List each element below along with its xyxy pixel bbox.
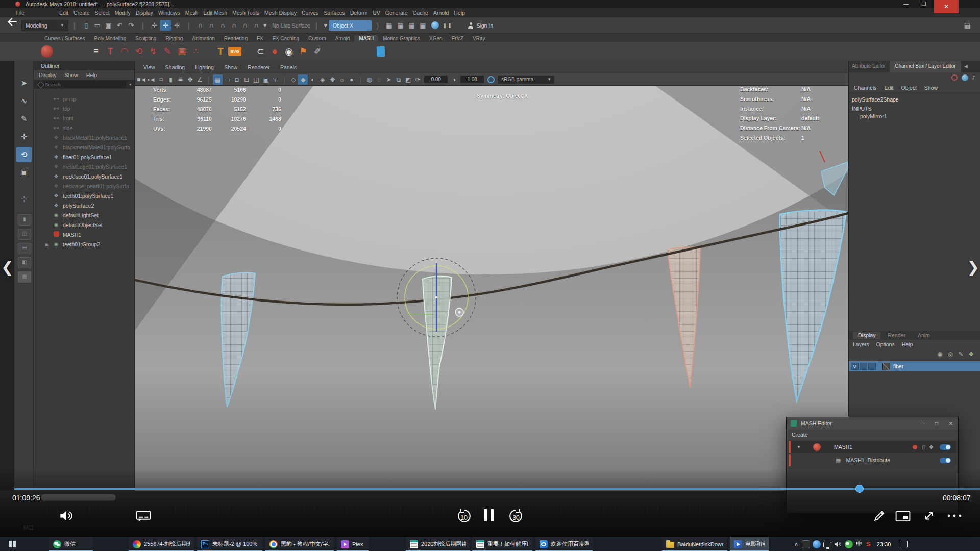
pencil-curve-icon[interactable]: ✎ xyxy=(160,44,175,59)
color-space-dropdown[interactable]: sRGB gamma ▼ xyxy=(498,76,554,84)
start-button[interactable] xyxy=(0,537,24,551)
taskbar-item-netdisk-folder[interactable]: BaiduNetdiskDown... xyxy=(662,537,727,551)
pause-button[interactable] xyxy=(484,509,494,521)
outliner-item[interactable]: ❖necklace_pearl01:polySurfa xyxy=(34,181,134,191)
symmetry-field[interactable]: Object X xyxy=(329,20,372,31)
image-plane-icon[interactable]: ≝ xyxy=(176,74,185,85)
type-orange-icon[interactable]: T xyxy=(213,44,228,59)
select-component-icon[interactable]: ✛ xyxy=(171,20,182,31)
outliner-menu-show[interactable]: Show xyxy=(64,72,78,78)
divider[interactable]: ❙ xyxy=(71,21,78,30)
divider[interactable]: ❙ xyxy=(185,21,191,30)
menu-set-selector[interactable]: Modeling▼ xyxy=(21,20,68,31)
shadows-icon[interactable]: ❋ xyxy=(327,74,337,85)
layout-persp-outliner-icon[interactable]: ◧ xyxy=(18,257,31,268)
progress-scrubber-handle[interactable] xyxy=(855,485,864,493)
taskbar-item-photoshop[interactable]: Ps 未标题-2 @ 100% (... xyxy=(197,537,262,551)
skip-back-10-button[interactable]: 10 xyxy=(456,508,472,524)
chevron-left-icon[interactable]: ◀ xyxy=(961,61,970,72)
field-chart-icon[interactable]: ◱ xyxy=(252,74,261,85)
shelf-tab-fx[interactable]: FX xyxy=(252,35,268,42)
outliner-item[interactable]: ❖fiber01:polySurface1 xyxy=(34,152,134,162)
shelf-tab-sculpting[interactable]: Sculpting xyxy=(131,35,161,42)
maya-badge-icon[interactable] xyxy=(40,44,54,59)
outliner-search-input[interactable]: Search... xyxy=(37,81,126,88)
le-menu-layers[interactable]: Layers xyxy=(853,341,869,347)
gamma-icon[interactable]: ◑ xyxy=(449,74,459,85)
screen-ao-icon[interactable]: ☼ xyxy=(337,74,347,85)
player-back-button[interactable] xyxy=(5,15,18,29)
snap-curve-icon[interactable]: ∩ xyxy=(206,20,217,31)
taskbar-item-baidu-pan[interactable]: 欢迎使用百度网盘 xyxy=(535,537,593,551)
chevron-down-icon[interactable]: ▾ xyxy=(323,20,329,31)
notes-page-icon[interactable] xyxy=(374,44,388,59)
hidden-icons-chevron[interactable]: ∧ xyxy=(794,541,798,547)
menu-mesh-display[interactable]: Mesh Display xyxy=(262,10,299,16)
maximize-icon[interactable]: □ xyxy=(929,421,944,427)
layout-two-pane-icon[interactable]: ◫ xyxy=(18,229,31,240)
menu-deform[interactable]: Deform xyxy=(348,10,370,16)
dynamics-sphere-icon[interactable]: ◉ xyxy=(282,44,296,59)
more-options-button[interactable] xyxy=(946,513,963,518)
mash-node-row[interactable]: ▼ MASH1 ▯ ❖ xyxy=(789,441,956,453)
taskbar-item-plex[interactable]: Plex xyxy=(337,537,369,551)
outliner-item[interactable]: ■◄top xyxy=(34,104,134,113)
file-save-icon[interactable]: ▣ xyxy=(103,20,114,31)
paint-layer-icon[interactable]: ✎ xyxy=(958,350,963,358)
outliner-item[interactable]: ⊞◉teeth01:Group2 xyxy=(34,239,134,249)
shelf-tab-arnold[interactable]: Arnold xyxy=(330,35,354,42)
mel-label[interactable]: MEL xyxy=(23,524,35,531)
select-hierarchy-icon[interactable]: ✛ xyxy=(149,20,160,31)
snap-grid-icon[interactable]: ∩ xyxy=(194,20,206,31)
outliner-item[interactable]: ◉defaultLightSet xyxy=(34,210,134,220)
range-slider[interactable] xyxy=(41,494,116,501)
le-menu-options[interactable]: Options xyxy=(876,341,895,347)
tab-channel-box[interactable]: Channel Box / Layer Editor xyxy=(890,61,961,72)
cb-menu-channels[interactable]: Channels xyxy=(854,85,876,91)
layout-single-pane-icon[interactable]: ▮ xyxy=(18,214,31,226)
bookmark-icon[interactable]: ▮ xyxy=(166,74,176,85)
layer-playback-toggle[interactable] xyxy=(860,363,867,370)
shelf-tab-animation[interactable]: Animation xyxy=(187,35,219,42)
tab-attribute-editor[interactable]: Attribute Editor xyxy=(849,61,890,72)
tray-app-icon[interactable] xyxy=(802,540,810,548)
sogou-icon[interactable]: S xyxy=(866,540,871,548)
restore-icon[interactable]: ❐ xyxy=(916,0,932,8)
minimize-icon[interactable]: — xyxy=(915,421,929,427)
mini-player-button[interactable] xyxy=(895,511,911,522)
outliner-item[interactable]: ❖blackMetal01:polySurface1 xyxy=(34,133,134,142)
taskbar-item-movies-tv[interactable]: 电影和电视 xyxy=(730,537,769,551)
previous-overlay-icon[interactable]: ❮ xyxy=(1,258,14,276)
channel-box-node-name[interactable]: polySurface2Shape xyxy=(852,96,980,103)
new-scene-layer-icon[interactable]: ❖ xyxy=(968,350,974,358)
outliner-item[interactable]: MASH1 xyxy=(34,230,134,239)
resolution-gate-icon[interactable]: ◘ xyxy=(232,74,242,85)
progress-bar-remaining[interactable] xyxy=(864,488,980,490)
taskbar-item-wechat[interactable]: 微信 xyxy=(49,537,93,551)
mash-world-icon[interactable]: ● xyxy=(267,44,282,59)
last-tool-icon[interactable]: ⊹ xyxy=(16,191,32,207)
camera-attrs-icon[interactable]: ⌑ xyxy=(156,74,166,85)
xray-icon[interactable]: ◌ xyxy=(374,74,384,85)
shelf-tab-rigging[interactable]: Rigging xyxy=(161,35,187,42)
close-icon[interactable]: ✕ xyxy=(934,0,959,13)
outliner-item[interactable]: ■◄persp xyxy=(34,94,134,104)
progress-bar-filled[interactable] xyxy=(14,488,860,490)
snap-plane-icon[interactable]: ∩ xyxy=(239,20,251,31)
menu-windows[interactable]: Windows xyxy=(156,10,183,16)
outliner-menu-display[interactable]: Display xyxy=(39,72,56,78)
shelf-tab-curves-surfaces[interactable]: Curves / Surfaces xyxy=(40,35,89,42)
cb-menu-object[interactable]: Object xyxy=(901,85,916,91)
undo-icon[interactable]: ↶ xyxy=(114,20,126,31)
select-tool-icon[interactable]: ➤ xyxy=(16,76,32,91)
snap-point-icon[interactable]: ∩ xyxy=(217,20,228,31)
shaded-icon[interactable]: ◆ xyxy=(298,74,308,85)
menu-create[interactable]: Create xyxy=(71,10,92,16)
color-management-icon[interactable] xyxy=(487,76,495,83)
minimize-icon[interactable]: — xyxy=(898,0,914,8)
subtitles-button[interactable] xyxy=(136,510,151,522)
sign-in-button[interactable]: Sign In xyxy=(476,22,493,29)
menu-uv[interactable]: UV xyxy=(370,10,383,16)
vp-menu-panels[interactable]: Panels xyxy=(276,64,301,70)
action-center-icon[interactable] xyxy=(900,541,908,547)
